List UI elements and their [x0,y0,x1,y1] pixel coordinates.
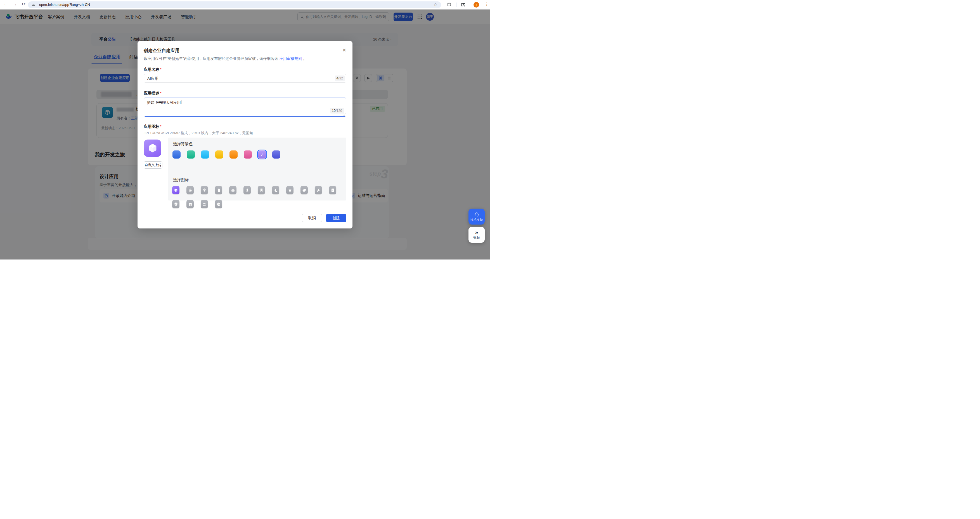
icon-grid-row-1 [172,186,336,194]
resize-handle[interactable] [343,113,345,116]
app-name-input[interactable]: AI应用 4/32 [144,74,346,83]
app-desc-label: 应用描述* [144,91,161,96]
toolbar-divider [456,3,457,7]
check-icon: ✓ [258,150,266,159]
icon-grid-row-2 [172,200,222,209]
reload-icon[interactable]: ⟳ [21,2,27,7]
cancel-button[interactable]: 取消 [302,214,322,222]
close-icon[interactable]: ✕ [342,47,346,53]
extensions-icon[interactable] [447,2,452,7]
cube-icon-option[interactable] [172,186,180,194]
book-icon-option[interactable] [215,186,222,194]
bookmark-star-icon[interactable]: ☆ [434,2,437,7]
star-icon-option[interactable] [286,186,293,194]
toolbar-divider-2 [469,3,469,7]
menu-dots-icon[interactable]: ⋮ [485,2,489,7]
color-swatch-rose[interactable] [244,150,252,159]
cube-icon [147,143,158,154]
color-swatch-purple[interactable]: ✓ [258,150,266,159]
bookmark-icon-option[interactable] [258,186,265,194]
app-name-value: AI应用 [147,76,159,81]
code-icon-option[interactable] [215,200,222,209]
app-desc-textarea[interactable]: 搭建飞书聊天AI应用 10/120 [144,97,346,116]
moon-icon-option[interactable] [272,186,279,194]
modal-description: 该应用仅可在“奥创光年”内部使用，应用发布需经过企业管理员审核，请仔细阅读 应用… [144,56,307,61]
color-swatch-cyan[interactable] [201,150,209,159]
collapse-label: 收起 [474,236,480,240]
icon-picker-panel: 选择背景色 ✓ 选择图标 [168,138,346,201]
address-bar[interactable]: open.feishu.cn/app?lang=zh-CN ☆ [28,2,441,8]
lightbulb-icon-option[interactable] [201,186,208,194]
color-swatch-indigo[interactable] [272,150,280,159]
color-swatch-amber[interactable] [215,150,223,159]
double-chevron-icon: » [475,230,478,235]
color-swatch-orange[interactable] [229,150,238,159]
headset-icon [474,212,479,217]
shield-icon-option[interactable] [172,200,180,209]
app-icon-label: 应用图标* [144,124,161,129]
browser-chrome: ← → ⟳ open.feishu.cn/app?lang=zh-CN ☆ j … [0,0,490,10]
robot-icon-option[interactable] [186,186,194,194]
document-icon-option[interactable] [329,186,336,194]
create-button[interactable]: 创建 [326,214,346,222]
search-tabs-icon[interactable] [461,2,465,7]
tech-support-button[interactable]: 技术支持 [468,209,485,224]
back-icon[interactable]: ← [3,2,9,7]
app-name-label: 应用名称* [144,67,161,72]
review-rules-link[interactable]: 应用审核规则 [279,56,302,60]
forward-icon[interactable]: → [12,2,18,7]
support-label: 技术支持 [470,218,483,222]
color-swatch-blue[interactable] [172,150,181,159]
app-desc-value: 搭建飞书聊天AI应用 [147,100,181,105]
icon-format-hint: JPEG/PNG/SVG/BMP 格式，2 MB 以内，大于 240*240 p… [144,131,253,135]
collapse-button[interactable]: » 收起 [468,227,485,243]
layout-icon-option[interactable] [186,200,194,209]
wrench-icon-option[interactable] [315,186,322,194]
desc-char-counter: 10/120 [330,108,344,113]
color-swatch-green[interactable] [187,150,195,159]
create-app-modal: 创建企业自建应用 ✕ 该应用仅可在“奥创光年”内部使用，应用发布需经过企业管理员… [137,41,353,228]
color-swatch-row: ✓ [172,150,280,159]
name-char-counter: 4/32 [335,75,345,81]
bg-color-label: 选择背景色 [173,142,192,146]
url-text: open.feishu.cn/app?lang=zh-CN [39,3,90,7]
modal-title: 创建企业自建应用 [144,48,180,54]
rocket-icon-option[interactable] [243,186,251,194]
briefcase-icon-option[interactable] [229,186,237,194]
app-icon-preview [144,140,161,157]
site-info-icon[interactable] [32,3,35,7]
text-caret [181,100,182,104]
tag-icon-option[interactable] [301,186,308,194]
browser-profile-avatar[interactable]: j [474,2,479,8]
custom-upload-button[interactable]: 自定义上传 [144,161,162,169]
users-icon-option[interactable] [201,200,208,209]
icon-select-label: 选择图标 [173,178,189,183]
